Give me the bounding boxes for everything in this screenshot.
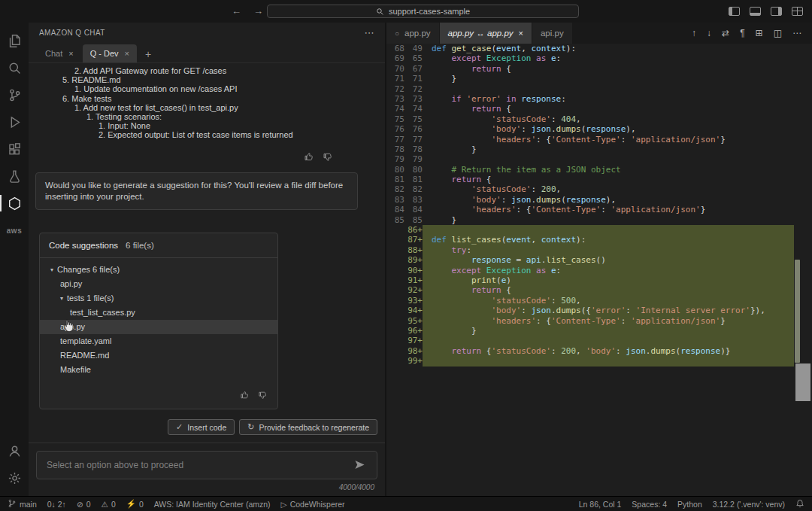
- activity-settings-gear[interactable]: [0, 464, 29, 491]
- code-line[interactable]: 8080 # Return the item as a JSON object: [386, 165, 812, 175]
- toggle-sidebar-icon[interactable]: [729, 7, 740, 16]
- status-item[interactable]: 0↓ 2↑: [47, 500, 66, 509]
- code-line[interactable]: 95+ 'headers': {'Content-Type': 'applica…: [386, 316, 812, 326]
- code-line[interactable]: 7067 return {: [386, 64, 812, 74]
- code-line[interactable]: 7373 if 'error' in response:: [386, 94, 812, 104]
- diff-editor[interactable]: 6849def get_case(event, context):6965 ex…: [386, 44, 812, 496]
- code-token: 200: [541, 184, 556, 194]
- activity-explorer[interactable]: [0, 27, 29, 54]
- status-item[interactable]: ⚠0: [102, 500, 116, 509]
- close-icon[interactable]: ×: [125, 49, 129, 58]
- code-line[interactable]: 8282 'statusCode': 200,: [386, 184, 812, 194]
- status-item[interactable]: ⚡0: [126, 499, 144, 509]
- thumbs-up-icon[interactable]: [240, 391, 249, 400]
- chat-message-area[interactable]: 2. Add API Gateway route for GET /cases5…: [29, 63, 385, 412]
- code-line[interactable]: 7979: [386, 154, 812, 164]
- code-line[interactable]: 8181 return {: [386, 175, 812, 184]
- code-line[interactable]: 97+: [386, 336, 812, 345]
- activity-account[interactable]: [0, 437, 29, 464]
- close-icon[interactable]: ×: [68, 49, 73, 58]
- activity-source-control[interactable]: [0, 81, 29, 108]
- code-line[interactable]: 8383 'body': json.dumps(response),: [386, 195, 812, 205]
- suggestion-tree-item[interactable]: ▾tests 1 file(s): [40, 291, 277, 306]
- suggestion-tree-item[interactable]: api.py: [40, 277, 277, 291]
- suggestion-tree-item[interactable]: ▾Changes 6 file(s): [40, 263, 277, 277]
- customize-layout-icon[interactable]: [792, 7, 803, 16]
- status-item[interactable]: Ln 86, Col 1: [579, 499, 622, 509]
- minimap: [794, 44, 812, 496]
- thumbs-down-icon[interactable]: [323, 152, 332, 162]
- code-line[interactable]: 93+ 'statusCode': 500,: [386, 296, 812, 306]
- activity-extensions[interactable]: [0, 135, 29, 163]
- status-item[interactable]: 3.12.2 ('.venv': venv): [713, 499, 785, 509]
- code-line[interactable]: 90+ except Exception as e:: [386, 266, 812, 275]
- code-line[interactable]: 6849def get_case(event, context):: [386, 44, 812, 53]
- code-line[interactable]: 96+ }: [386, 326, 812, 336]
- code-line[interactable]: 94+ 'body': json.dumps({'error': 'Intern…: [386, 306, 812, 315]
- status-item[interactable]: AWS: IAM Identity Center (amzn): [154, 500, 271, 509]
- code-line[interactable]: 7272: [386, 84, 812, 94]
- code-line[interactable]: 87+def list_cases(event, context):: [386, 235, 812, 245]
- activity-test-beaker[interactable]: [0, 163, 29, 190]
- code-line[interactable]: 91+ print(e): [386, 275, 812, 285]
- status-item[interactable]: main: [8, 499, 37, 509]
- regenerate-button[interactable]: ↻ Provide feedback to regenerate: [239, 419, 377, 435]
- editor-tab[interactable]: app.py ↔ app.py×: [440, 23, 532, 44]
- editor-action-grid-icon[interactable]: ⊞: [756, 28, 763, 38]
- suggestion-tree-item[interactable]: README.md: [40, 348, 277, 363]
- code-line[interactable]: 8585 }: [386, 215, 812, 225]
- status-item[interactable]: ▷CodeWhisperer: [281, 500, 345, 509]
- chat-input[interactable]: [36, 451, 377, 479]
- insert-code-button[interactable]: ✓ Insert code: [168, 419, 235, 435]
- editor-action-arrow-up-icon[interactable]: ↑: [692, 28, 696, 38]
- toggle-panel-icon[interactable]: [750, 7, 761, 16]
- code-line[interactable]: 6965 except Exception as e:: [386, 53, 812, 63]
- activity-amazon-q-hexagon[interactable]: [0, 190, 29, 217]
- editor-action-more-icon[interactable]: ⋯: [792, 28, 801, 38]
- status-item[interactable]: ⊘0: [77, 500, 91, 509]
- new-chat-tab-button[interactable]: +: [138, 48, 158, 62]
- suggestion-tree-item[interactable]: test_list_cases.py: [40, 306, 277, 320]
- code-line[interactable]: 89+ response = api.list_cases(): [386, 255, 812, 265]
- suggestion-tree-item[interactable]: app.py: [40, 320, 277, 334]
- more-actions-icon[interactable]: ⋯: [365, 27, 374, 38]
- thumbs-up-icon[interactable]: [304, 152, 314, 162]
- status-item[interactable]: Spaces: 4: [632, 499, 667, 509]
- code-line[interactable]: 7474 return {: [386, 104, 812, 114]
- code-line[interactable]: 7878 }: [386, 144, 812, 154]
- code-line[interactable]: 7171 }: [386, 74, 812, 84]
- editor-action-split-editor-icon[interactable]: ◫: [774, 28, 782, 38]
- editor-action-pilcrow-icon[interactable]: ¶: [740, 28, 744, 38]
- code-line[interactable]: 92+ return {: [386, 285, 812, 295]
- toggle-secondary-sidebar-icon[interactable]: [771, 7, 782, 16]
- suggestion-tree-item[interactable]: Makefile: [40, 363, 277, 377]
- code-line[interactable]: 7777 'headers': {'Content-Type': 'applic…: [386, 135, 812, 144]
- code-line[interactable]: 7676 'body': json.dumps(response),: [386, 124, 812, 134]
- editor-action-swap-icon[interactable]: ⇄: [722, 28, 729, 38]
- code-line[interactable]: 99+: [386, 356, 812, 366]
- activity-search[interactable]: [0, 54, 29, 81]
- send-icon[interactable]: [354, 459, 365, 473]
- forward-icon[interactable]: →: [253, 5, 263, 17]
- editor-action-arrow-down-icon[interactable]: ↓: [707, 28, 711, 38]
- editor-tab[interactable]: ○app.py: [386, 23, 440, 44]
- close-icon[interactable]: ×: [519, 29, 523, 38]
- editor-tab[interactable]: api.py: [532, 23, 573, 44]
- code-line[interactable]: 7575 'statusCode': 404,: [386, 114, 812, 124]
- status-item[interactable]: Python: [677, 499, 702, 509]
- chat-tab-q-dev[interactable]: Q - Dev×: [83, 44, 137, 62]
- thumbs-down-icon[interactable]: [258, 391, 267, 400]
- activity-run-debug[interactable]: [0, 108, 29, 135]
- scrollbar-thumb[interactable]: [795, 363, 810, 401]
- chat-tab-chat[interactable]: Chat×: [38, 44, 81, 62]
- back-icon[interactable]: ←: [232, 5, 241, 17]
- command-center-search[interactable]: support-cases-sample: [267, 5, 579, 18]
- code-line[interactable]: 88+ try:: [386, 245, 812, 255]
- suggestion-tree-item[interactable]: template.yaml: [40, 334, 277, 348]
- status-item[interactable]: [795, 499, 804, 509]
- code-line[interactable]: 8484 'headers': {'Content-Type': 'applic…: [386, 205, 812, 214]
- activity-aws-toolkit[interactable]: aws: [0, 217, 29, 244]
- code-token: ),: [606, 195, 616, 205]
- code-line[interactable]: 86+: [386, 225, 812, 235]
- code-line[interactable]: 98+ return {'statusCode': 200, 'body': j…: [386, 346, 812, 356]
